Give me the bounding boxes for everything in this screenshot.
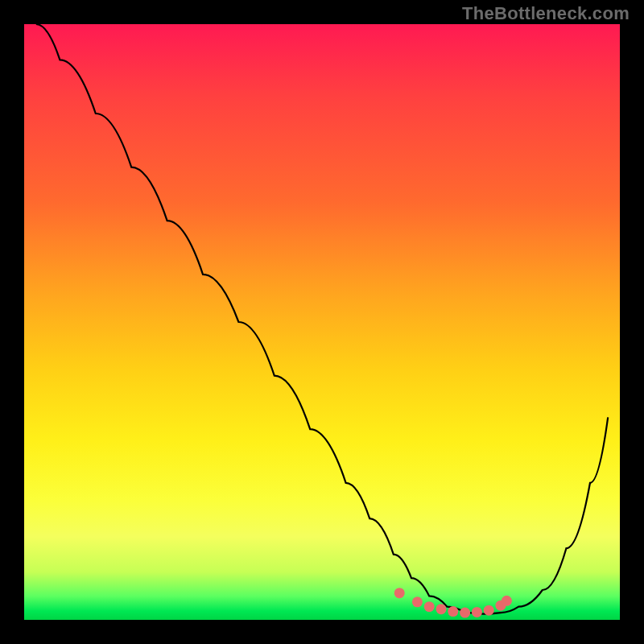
- bottleneck-curve: [36, 24, 608, 614]
- optimal-dot: [472, 607, 482, 617]
- optimal-dot: [424, 601, 435, 612]
- optimal-dot: [412, 597, 423, 607]
- chart-svg: [24, 24, 620, 620]
- optimal-dot: [460, 608, 470, 618]
- chart-frame: TheBottleneck.com: [0, 0, 644, 644]
- plot-outer: [24, 24, 620, 620]
- optimal-dot: [394, 588, 405, 598]
- plot-area: [24, 24, 620, 620]
- optimal-dot: [484, 605, 494, 616]
- optimal-dot: [502, 596, 512, 606]
- watermark-text: TheBottleneck.com: [462, 3, 630, 24]
- optimal-dot: [448, 606, 458, 617]
- optimal-dot: [436, 604, 447, 614]
